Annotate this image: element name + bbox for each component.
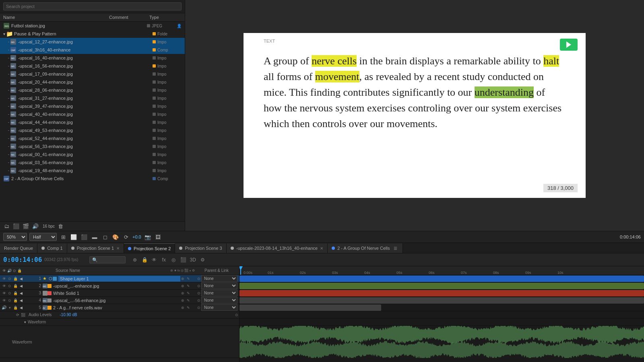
link-icon[interactable]: ⊛	[180, 276, 185, 281]
tab-proj-scene2[interactable]: Projection Scene 2	[124, 243, 175, 253]
list-item[interactable]: - IMG -upscal_44_44-enhance.jpg Impo	[0, 118, 185, 126]
audio-expand-icon[interactable]: ⟳	[16, 313, 19, 317]
safe-zones-icon[interactable]: ⬜	[70, 233, 78, 241]
layer-row[interactable]: 👁 ⊙ 🔒 ◀ 4 IMG -upscal_...-56-enhance.jpg…	[0, 297, 239, 304]
timeline-tracks[interactable]: 0:00s 01s 02s 03s 04s 05s 06s 07s 08s 09…	[239, 266, 644, 362]
list-item[interactable]: - IMG -upscal_12_27-enhance.jpg Impo	[0, 38, 185, 46]
color-picker-icon[interactable]: 🎨	[111, 233, 120, 241]
lock-toggle[interactable]: 🔒	[13, 291, 18, 296]
tl-fx-icon[interactable]: fx	[160, 256, 167, 263]
play-button[interactable]	[560, 39, 578, 51]
solo-toggle[interactable]: ⊙	[7, 291, 12, 296]
tl-hide-icon[interactable]: 👁	[151, 256, 158, 263]
list-item[interactable]: - IMG -upscal_17_09-enhance.jpg Impo	[0, 70, 185, 78]
layer-row[interactable]: 👁 ⊙ 🔒 ◀ 3 White Solid 1 ⊛ ✎ ⊙ None	[0, 290, 239, 297]
layer-row[interactable]: 👁 ⊙ 🔒 ◀ 2 IMG -upscal_...-enhance.jpg ⊛ …	[0, 282, 239, 290]
edit-icon[interactable]: ✎	[186, 291, 191, 296]
label-icon[interactable]: ◀	[19, 298, 23, 303]
label-icon[interactable]: ◀	[19, 291, 23, 296]
vis-toggle[interactable]: 👁	[2, 298, 6, 303]
tl-motion-blur-icon[interactable]: ◎	[170, 256, 177, 263]
solo-toggle[interactable]: ⊙	[7, 284, 12, 288]
vis-toggle[interactable]: 👁	[2, 291, 6, 296]
zoom-select[interactable]: 50% 100% 25%	[3, 233, 27, 241]
project-search-input[interactable]	[3, 2, 182, 10]
parent-select[interactable]: None	[201, 275, 237, 282]
label-icon[interactable]: ◀	[19, 276, 23, 281]
parent-select[interactable]: None	[201, 304, 237, 311]
list-item[interactable]: - IMG -upscal_16_56-enhance.jpg Impo	[0, 62, 185, 70]
parent-select[interactable]: None	[201, 290, 237, 296]
show-snapshot-icon[interactable]: 🖼	[154, 233, 162, 241]
list-item[interactable]: ▾ 📁 Pause & Play Pattern Folde	[0, 30, 185, 38]
link-icon[interactable]: ⊛	[180, 305, 185, 310]
parent-select[interactable]: None	[201, 282, 237, 289]
list-item[interactable]: - IMG -upscal_19_48-enhance.jpg Impo	[0, 167, 185, 175]
edit-icon[interactable]: ✎	[186, 284, 191, 288]
tab-nerve-cells[interactable]: 2 - A Group Of Nerve Cells ☰	[328, 243, 403, 253]
tab-proj-scene1[interactable]: Projection Scene 1 ✕	[67, 243, 124, 253]
edit-icon[interactable]: ✎	[186, 298, 191, 303]
label-icon[interactable]: ◀	[19, 305, 23, 310]
parent-link-icon[interactable]: ⊙	[196, 298, 201, 303]
vis-toggle[interactable]: 👁	[2, 276, 6, 281]
list-item[interactable]: - IMG -upscal_49_53-enhance.jpg Impo	[0, 126, 185, 134]
list-item[interactable]: - IMG -upscal_16_40-enhance.jpg Impo	[0, 54, 185, 62]
link-icon[interactable]: ⊛	[180, 291, 185, 296]
snapshot-icon[interactable]: 📷	[144, 233, 152, 241]
layer-row[interactable]: 👁 ⊙ 🔒 ◀ 1 ★ ⬡ Shape Layer 1 ⊛ ✎ ⊙ None	[0, 275, 239, 282]
list-item[interactable]: - IMG -upscal_03_56-enhance.jpg Impo	[0, 158, 185, 167]
solo-toggle[interactable]: ⊙	[7, 298, 12, 303]
tl-lock-icon[interactable]: 🔒	[141, 256, 148, 263]
solo-toggle[interactable]: ⊙	[7, 276, 12, 281]
exposure-icon[interactable]: ⟳	[122, 233, 130, 241]
audio-link-icon[interactable]: ⊙	[234, 313, 239, 317]
lock-toggle[interactable]: 🔒	[13, 284, 18, 288]
list-item[interactable]: - IMG -upscal_52_44-enhance.jpg Impo	[0, 134, 185, 142]
vis-toggle[interactable]: 👁	[2, 284, 6, 288]
list-item[interactable]: IMG Futbol station.jpg JPEG 👤	[0, 22, 185, 30]
link-icon[interactable]: ⊛	[180, 298, 185, 303]
tl-3d-icon[interactable]: 3D	[189, 256, 196, 263]
list-item[interactable]: - IMG -upscal_40_40-enhance.jpg Impo	[0, 110, 185, 118]
vis-toggle[interactable]: 🔊	[2, 305, 6, 310]
link-icon[interactable]: ⊛	[180, 284, 185, 288]
list-item[interactable]: - IMG -upscal_31_27-enhance.jpg Impo	[0, 94, 185, 102]
folder-new-icon[interactable]: 🗂	[2, 222, 10, 230]
mask-icon[interactable]: ⬛	[80, 233, 88, 241]
tab-upscale[interactable]: -upscale-2023-08-14_13h16_40-enhance ✕	[227, 243, 328, 253]
parent-link-icon[interactable]: ⊙	[196, 276, 201, 281]
parent-select[interactable]: None	[201, 297, 237, 304]
tab-comp1[interactable]: Comp 1	[37, 243, 67, 253]
list-item[interactable]: - IMG -upscal_56_33-enhance.jpg Impo	[0, 142, 185, 150]
list-item[interactable]: - IMG -upscal_20_44-enhance.jpg Impo	[0, 78, 185, 86]
quality-select[interactable]: Half Full Quarter	[29, 233, 57, 241]
edit-icon[interactable]: ✎	[186, 305, 191, 310]
timeline-search-input[interactable]	[89, 256, 126, 263]
list-item[interactable]: - IMG -upscal_39_47-enhance.jpg Impo	[0, 102, 185, 110]
label-icon[interactable]: ◀	[19, 284, 23, 288]
lock-toggle[interactable]: 🔒	[13, 276, 18, 281]
tab-close-icon[interactable]: ✕	[116, 246, 120, 251]
waveform-expand[interactable]: ▾	[24, 320, 26, 324]
list-item[interactable]: CMP 2 - A Group Of Nerve Cells Comp	[0, 175, 185, 183]
footage-icon[interactable]: 🎬	[22, 222, 30, 230]
tab-menu-icon[interactable]: ☰	[392, 243, 398, 253]
viewport-icon[interactable]: ▬	[91, 233, 99, 241]
grid-icon[interactable]: ⊞	[59, 233, 67, 241]
edit-icon[interactable]: ✎	[186, 276, 191, 281]
audio-icon[interactable]: 🔊	[31, 222, 39, 230]
parent-link-icon[interactable]: ⊙	[196, 284, 201, 288]
comp-new-icon[interactable]: ⬛	[12, 222, 20, 230]
tab-proj-scene3[interactable]: Projection Scene 3	[175, 243, 226, 253]
lock-toggle[interactable]: 🔒	[13, 305, 18, 310]
parent-link-icon[interactable]: ⊙	[196, 291, 201, 296]
tl-adjust-icon[interactable]: ⬛	[180, 256, 187, 263]
list-item[interactable]: - CMP -upscal_3h16_40-enhance Comp	[0, 46, 185, 54]
tab-render-queue[interactable]: Render Queue	[0, 243, 37, 253]
list-item[interactable]: - IMG -upscal_28_06-enhance.jpg Impo	[0, 86, 185, 94]
list-item[interactable]: - IMG -upscal_00_41-enhance.jpg Impo	[0, 150, 185, 158]
tab-close-icon[interactable]: ✕	[320, 246, 323, 251]
layer-row[interactable]: 🔊 ▾ 🔒 ◀ 5 AV 2 - A g...f nerve cells.wav…	[0, 304, 239, 311]
tl-solo-icon[interactable]: ⊛	[131, 256, 138, 263]
